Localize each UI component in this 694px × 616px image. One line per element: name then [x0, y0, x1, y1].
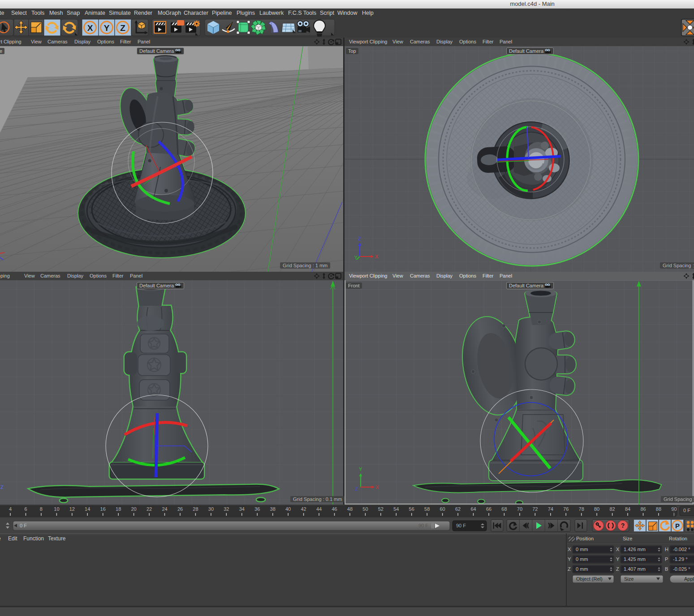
- svg-text:Z: Z: [0, 484, 4, 490]
- svg-text:0 mm: 0 mm: [576, 556, 588, 562]
- svg-text:-1.29 °: -1.29 °: [673, 556, 688, 562]
- svg-text:68: 68: [501, 506, 507, 512]
- svg-text:74: 74: [548, 506, 553, 512]
- svg-text:54: 54: [393, 506, 399, 512]
- svg-text:1.426 mm: 1.426 mm: [624, 547, 646, 552]
- svg-text:20: 20: [131, 506, 136, 512]
- svg-text:12: 12: [69, 506, 75, 512]
- svg-text:58: 58: [424, 506, 430, 512]
- svg-text:90 F: 90 F: [418, 523, 428, 528]
- svg-text:P: P: [675, 522, 680, 530]
- svg-text:X: X: [87, 23, 93, 33]
- svg-text:40: 40: [285, 506, 291, 512]
- svg-text:-0.025 °: -0.025 °: [673, 566, 690, 572]
- svg-text:H: H: [665, 547, 668, 552]
- svg-text:Z: Z: [355, 486, 358, 492]
- svg-text:Position: Position: [576, 536, 594, 541]
- svg-text:0 F: 0 F: [683, 508, 690, 513]
- svg-text:8: 8: [40, 506, 43, 512]
- svg-text:Y: Y: [568, 556, 571, 562]
- svg-text:56: 56: [409, 506, 414, 512]
- svg-text:1.407 mm: 1.407 mm: [624, 566, 646, 572]
- svg-text:Appl: Appl: [684, 576, 694, 582]
- svg-text:6: 6: [24, 506, 27, 512]
- svg-text:-0.002 °: -0.002 °: [673, 547, 690, 552]
- svg-text:18: 18: [116, 506, 121, 512]
- svg-text:60: 60: [440, 506, 445, 512]
- svg-text:80: 80: [594, 506, 599, 512]
- svg-text:36: 36: [254, 506, 260, 512]
- svg-text:84: 84: [625, 506, 630, 512]
- svg-text:Y: Y: [104, 23, 110, 33]
- svg-text:72: 72: [532, 506, 538, 512]
- svg-text:42: 42: [301, 506, 306, 512]
- svg-text:Rotation: Rotation: [669, 536, 687, 541]
- svg-text:70: 70: [517, 506, 522, 512]
- svg-text:44: 44: [316, 506, 322, 512]
- svg-text:Z: Z: [120, 23, 125, 33]
- svg-text:48: 48: [347, 506, 353, 512]
- svg-text:X: X: [375, 254, 379, 259]
- svg-text:26: 26: [177, 506, 183, 512]
- svg-text:0 mm: 0 mm: [576, 547, 588, 552]
- svg-text:Y: Y: [359, 466, 362, 472]
- svg-text:B: B: [665, 566, 668, 572]
- svg-text:Z: Z: [616, 566, 619, 572]
- svg-text:90 F: 90 F: [456, 523, 466, 528]
- svg-text:86: 86: [640, 506, 646, 512]
- svg-text:82: 82: [609, 506, 615, 512]
- svg-text:Y: Y: [616, 556, 620, 562]
- svg-text:Z: Z: [358, 236, 361, 241]
- svg-text:X: X: [376, 484, 379, 490]
- svg-text:64: 64: [470, 506, 476, 512]
- svg-text:22: 22: [147, 506, 152, 512]
- svg-text:P: P: [665, 556, 668, 562]
- svg-text:14: 14: [85, 506, 90, 512]
- svg-text:X: X: [616, 547, 620, 552]
- svg-text:Y: Y: [354, 255, 358, 260]
- svg-text:1.425 mm: 1.425 mm: [624, 556, 646, 562]
- svg-text:X: X: [568, 547, 571, 552]
- svg-text:66: 66: [486, 506, 491, 512]
- svg-text:62: 62: [455, 506, 461, 512]
- svg-text:0 mm: 0 mm: [576, 566, 588, 572]
- svg-text:38: 38: [270, 506, 276, 512]
- svg-text:52: 52: [378, 506, 384, 512]
- svg-text:50: 50: [362, 506, 368, 512]
- svg-text:88: 88: [656, 506, 661, 512]
- svg-text:32: 32: [224, 506, 229, 512]
- svg-text:34: 34: [239, 506, 245, 512]
- svg-text:76: 76: [563, 506, 569, 512]
- svg-text:78: 78: [579, 506, 584, 512]
- svg-text:28: 28: [193, 506, 198, 512]
- svg-text:Object (Rel): Object (Rel): [576, 576, 603, 582]
- svg-text:?: ?: [621, 522, 625, 529]
- svg-text:Size: Size: [623, 536, 632, 541]
- svg-text:46: 46: [332, 506, 337, 512]
- svg-text:10: 10: [54, 506, 59, 512]
- svg-text:30: 30: [208, 506, 214, 512]
- svg-text:24: 24: [162, 506, 167, 512]
- svg-text:Size: Size: [624, 576, 634, 582]
- svg-text:16: 16: [100, 506, 106, 512]
- svg-text:4: 4: [9, 506, 12, 512]
- svg-text:0 F: 0 F: [20, 523, 27, 528]
- svg-text:Z: Z: [568, 566, 571, 572]
